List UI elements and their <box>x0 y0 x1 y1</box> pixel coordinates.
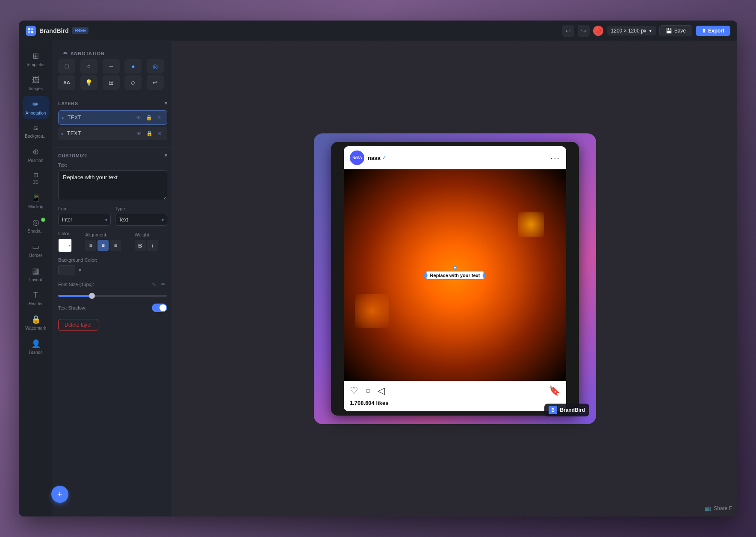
sun-flare-1 <box>518 212 544 237</box>
type-select[interactable]: Text Heading <box>115 214 168 226</box>
bg-color-chevron-icon[interactable]: ▾ <box>79 267 81 273</box>
font-select[interactable]: Inter Arial Roboto <box>58 214 111 226</box>
text-input[interactable]: Replace with your text <box>58 170 167 200</box>
ig-heart-icon[interactable]: ♡ <box>350 385 358 396</box>
ig-avatar: NASA <box>350 150 364 165</box>
tool-curve[interactable]: ↩ <box>147 75 164 90</box>
font-size-resize-icon[interactable]: ⤡ <box>150 280 158 288</box>
sidebar-item-layout[interactable]: ▦ Layout <box>23 263 49 286</box>
save-button[interactable]: 💾 Save <box>659 25 692 36</box>
layer-1-actions: 👁 🔒 ✕ <box>134 113 163 122</box>
images-icon: 🖼 <box>32 76 40 85</box>
annotation-icon: ✏ <box>32 100 39 109</box>
sidebar-item-watermark[interactable]: 🔒 Watermark <box>23 311 49 334</box>
alignment-buttons: ≡ ≡ ≡ <box>85 240 130 251</box>
svg-rect-1 <box>31 28 33 30</box>
bg-color-section: Background Color: ▾ <box>58 257 167 275</box>
delete-layer-button[interactable]: Delete layer <box>58 319 98 331</box>
customize-title: CUSTOMIZE <box>58 153 88 158</box>
resolution-button[interactable]: 1200 × 1200 px ▾ <box>607 26 656 35</box>
sidebar-item-header[interactable]: T Header <box>23 287 49 310</box>
bold-button[interactable]: B <box>135 240 146 251</box>
ig-comment-icon[interactable]: ○ <box>365 385 371 396</box>
mockup-container[interactable]: NASA nasa ✓ ··· <box>314 133 596 424</box>
sidebar-item-brands[interactable]: 👤 Brands <box>23 336 49 358</box>
ig-share-icon[interactable]: ◁ <box>378 385 385 396</box>
templates-icon: ⊞ <box>32 51 39 61</box>
layer-1-lock[interactable]: 🔒 <box>145 113 153 122</box>
tool-grid[interactable]: ⊞ <box>103 75 120 90</box>
layer-item-text-2[interactable]: ▸ TEXT 👁 🔒 ✕ <box>58 127 167 140</box>
ig-bookmark-icon[interactable]: 🔖 <box>549 385 560 396</box>
layer-2-delete[interactable]: ✕ <box>155 129 164 138</box>
align-right-button[interactable]: ≡ <box>110 240 121 251</box>
resolution-chevron: ▾ <box>649 28 652 34</box>
color-swatch[interactable]: ▾ <box>58 239 72 252</box>
sidebar-item-border[interactable]: ▭ Border <box>23 239 49 261</box>
tool-ellipse[interactable]: ○ <box>80 59 97 74</box>
font-size-slider[interactable] <box>58 295 167 297</box>
layer-dot-icon: ▸ <box>62 131 64 136</box>
tool-diamond[interactable]: ◇ <box>124 75 142 90</box>
ig-username: nasa ✓ <box>368 155 386 161</box>
layer-1-delete[interactable]: ✕ <box>155 113 163 122</box>
tool-bulb[interactable]: 💡 <box>80 75 97 90</box>
bg-color-swatch[interactable] <box>58 265 75 275</box>
undo-button[interactable]: ↩ <box>562 25 574 37</box>
annotation-top-handle[interactable] <box>453 266 457 269</box>
alignment-label: Alignment: <box>85 232 130 237</box>
tool-rect[interactable]: □ <box>58 59 75 74</box>
text-annotation[interactable]: Replace with your text <box>426 271 484 280</box>
layer-2-lock[interactable]: 🔒 <box>145 129 154 138</box>
sidebar-item-3d[interactable]: ⊡ 3D <box>23 168 49 188</box>
tool-filled-circle[interactable]: ● <box>124 59 142 74</box>
layer-dot-icon: ▸ <box>62 115 64 120</box>
resolution-label: 1200 × 1200 px <box>611 28 647 34</box>
sidebar-item-annotation[interactable]: ✏ Annotation <box>23 96 49 119</box>
export-button[interactable]: ⬆ Export <box>696 26 730 36</box>
italic-button[interactable]: I <box>147 240 158 251</box>
shadow-toggle[interactable] <box>152 304 167 312</box>
layer-item-text-1[interactable]: ▸ TEXT 👁 🔒 ✕ <box>58 110 167 125</box>
customize-collapse-icon[interactable]: ▾ <box>165 153 168 158</box>
align-left-button[interactable]: ≡ <box>85 240 96 251</box>
sidebar-item-label: Border <box>29 253 42 258</box>
annotation-left-handle[interactable] <box>424 274 428 277</box>
font-type-row: Font: Inter Arial Roboto ▾ Type: <box>58 206 167 226</box>
font-select-wrapper: Inter Arial Roboto ▾ <box>58 214 111 226</box>
app-window: BrandBird FREE ↩ ↪ 🔴 1200 × 1200 px ▾ 💾 … <box>19 21 737 516</box>
layer-1-visibility[interactable]: 👁 <box>134 113 143 122</box>
sidebar-item-templates[interactable]: ⊞ Templates <box>23 48 49 71</box>
tablet-bezel: NASA nasa ✓ ··· <box>331 142 579 416</box>
annotation-right-handle[interactable] <box>482 274 486 277</box>
ig-likes: 1.708.604 likes <box>350 400 560 406</box>
sidebar-item-mockup[interactable]: 📱 Mockup <box>23 190 49 212</box>
brandbird-icon: B <box>549 406 557 414</box>
layers-collapse-icon[interactable]: ▾ <box>165 100 168 106</box>
sidebar-item-label: Mockup <box>28 204 43 209</box>
tool-arrow[interactable]: → <box>103 59 120 74</box>
font-size-edit-icon[interactable]: ✏ <box>159 280 167 288</box>
text-field-row: Text Replace with your text <box>58 162 167 202</box>
sidebar-item-position[interactable]: ⊕ Position <box>23 144 49 166</box>
border-icon: ▭ <box>32 242 39 251</box>
font-col: Font: Inter Arial Roboto ▾ <box>58 206 111 226</box>
redo-button[interactable]: ↪ <box>578 25 590 37</box>
layer-2-label: TEXT <box>67 130 131 136</box>
tool-text-aa[interactable]: AA <box>58 75 75 90</box>
layer-2-visibility[interactable]: 👁 <box>135 129 143 138</box>
align-center-button[interactable]: ≡ <box>97 240 109 251</box>
share-text: Share F <box>714 505 732 511</box>
tool-ring[interactable]: ◎ <box>147 59 164 74</box>
sidebar-item-shadow[interactable]: ◎ Shado... G <box>23 214 49 237</box>
save-icon: 💾 <box>666 28 672 34</box>
sidebar-item-images[interactable]: 🖼 Images <box>23 72 49 94</box>
sidebar-item-background[interactable]: ≋ Backgrou... <box>23 121 49 142</box>
layers-section: LAYERS ▾ ▸ TEXT 👁 🔒 ✕ ▸ TEXT 👁 <box>53 95 172 148</box>
ig-more-button[interactable]: ··· <box>550 153 560 162</box>
type-col: Type: Text Heading ▾ <box>115 206 168 226</box>
text-label: Text <box>58 162 167 168</box>
type-label: Type: <box>115 206 168 211</box>
sidebar-item-label: Brands <box>29 350 43 355</box>
weight-label: Weight: <box>135 232 167 237</box>
